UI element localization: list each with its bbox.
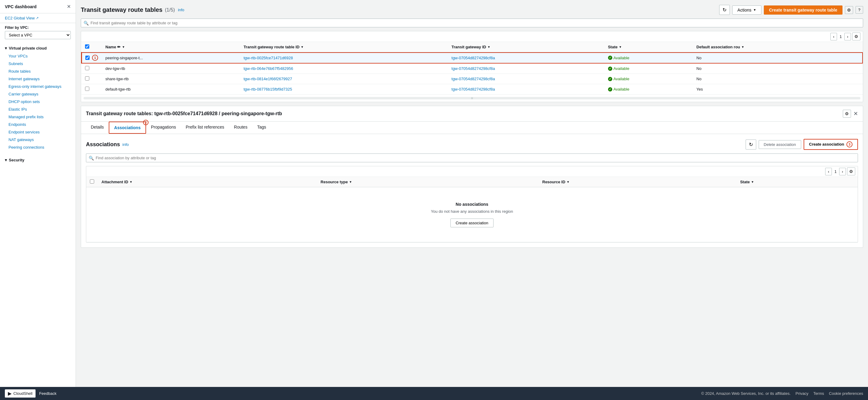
col-gateway-id[interactable]: Transit gateway ID ▼ [448,42,604,52]
sidebar-item-route-tables[interactable]: Route tables [0,67,75,75]
table-body: 1 peering-singapore-t... tgw-rtb-0025fce… [82,52,863,94]
next-page-button[interactable]: › [844,33,851,40]
sort-icon-assoc-state: ▼ [751,180,754,183]
assoc-col-resource-id[interactable]: Resource ID ▼ [539,177,737,187]
horizontal-scrollbar[interactable] [84,97,860,99]
vpc-section-header[interactable]: ▾ Virtual private cloud [0,44,75,52]
sort-icon-name: ▼ [122,45,125,49]
table-row[interactable]: share-tgw-rtb tgw-rtb-0814e1f66f2679927 … [82,74,863,84]
privacy-link[interactable]: Privacy [796,391,808,396]
top-actions: ↻ Actions ▼ Create transit gateway route… [719,5,863,15]
tab-tags[interactable]: Tags [252,121,271,134]
prev-page-button[interactable]: ‹ [830,33,837,40]
row-1-gwid[interactable]: tgw-07054d8274298cf8a [448,52,604,63]
assoc-select-all-checkbox[interactable] [90,179,94,183]
assoc-col-attachment-id[interactable]: Attachment ID ▼ [98,177,317,187]
row-2-checkbox-cell[interactable] [82,63,102,74]
row-3-gwid[interactable]: tgw-07054d8274298cf8a [448,74,604,84]
col-route-table-id[interactable]: Transit gateway route table ID ▼ [240,42,448,52]
assoc-search-input[interactable] [96,154,855,162]
tab-details[interactable]: Details [86,121,109,134]
help-button[interactable]: ? [856,6,863,14]
security-section-header[interactable]: ▾ Security [0,156,75,164]
table-row[interactable]: dev-tgw-rtb tgw-rtb-064e76b67f5482956 tg… [82,63,863,74]
cookie-preferences-link[interactable]: Cookie preferences [829,391,863,396]
assoc-col-resource-type[interactable]: Resource type ▼ [317,177,539,187]
table-row[interactable]: default-tgw-rtb tgw-rtb-08776b15fbf9d732… [82,84,863,94]
tab-associations[interactable]: Associations 2 [109,121,146,134]
scroll-area [81,94,863,102]
create-association-button[interactable]: Create association 3 [804,139,858,150]
sidebar-item-carrier-gateways[interactable]: Carrier gateways [0,90,75,98]
sidebar-item-your-vpcs[interactable]: Your VPCs [0,52,75,60]
cloudshell-button[interactable]: ▶ CloudShell [5,389,35,398]
footer: ▶ CloudShell Feedback © 2024, Amazon Web… [0,387,868,400]
table-settings-button[interactable]: ⚙ [845,6,853,14]
row-1-checkbox[interactable] [85,56,90,60]
actions-button[interactable]: Actions ▼ [732,5,762,15]
select-all-checkbox[interactable] [85,45,89,49]
assoc-next-page[interactable]: › [839,168,846,175]
tab-prefix-list-references[interactable]: Prefix list references [181,121,229,134]
main-search-input[interactable] [91,19,860,27]
delete-association-button[interactable]: Delete association [759,140,801,149]
sidebar-item-subnets[interactable]: Subnets [0,60,75,67]
associations-info-link[interactable]: info [122,142,129,147]
terms-link[interactable]: Terms [813,391,824,396]
row-3-checkbox-cell[interactable] [82,74,102,84]
tab-propagations[interactable]: Propagations [146,121,181,134]
row-1-rtid[interactable]: tgw-rtb-0025fce71471d6928 [240,52,448,63]
row-3-checkbox[interactable] [85,76,89,81]
row-2-checkbox[interactable] [85,66,89,70]
create-route-table-button[interactable]: Create transit gateway route table [764,5,842,15]
sidebar-item-internet-gateways[interactable]: Internet gateways [0,75,75,83]
sidebar-item-endpoint-services[interactable]: Endpoint services [0,128,75,136]
assoc-refresh-button[interactable]: ↻ [746,140,756,149]
row-1-checkbox-cell[interactable]: 1 [82,52,102,63]
sidebar-item-egress-gateways[interactable]: Egress-only internet gateways [0,83,75,90]
detail-settings-button[interactable]: ⚙ [843,110,851,118]
empty-state-create-button[interactable]: Create association [451,219,494,227]
row-4-checkbox-cell[interactable] [82,84,102,94]
row-4-checkbox[interactable] [85,87,89,91]
sidebar-item-managed-prefix-lists[interactable]: Managed prefix lists [0,113,75,121]
row-3-name: share-tgw-rtb [102,74,240,84]
sidebar-ec2-link[interactable]: EC2 Global View ↗ [0,13,75,23]
col-state[interactable]: State ▼ [604,42,693,52]
sidebar-item-dhcp[interactable]: DHCP option sets [0,98,75,106]
info-link[interactable]: info [178,8,184,12]
refresh-button[interactable]: ↻ [719,5,730,15]
assoc-col-state[interactable]: State ▼ [737,177,858,187]
row-2-rtid[interactable]: tgw-rtb-064e76b67f5482956 [240,63,448,74]
table-column-settings[interactable]: ⚙ [852,32,860,40]
row-3-rtid[interactable]: tgw-rtb-0814e1f66f2679927 [240,74,448,84]
sidebar-item-peering-connections[interactable]: Peering connections [0,143,75,151]
vpc-filter-select[interactable]: Select a VPC [5,31,71,39]
sidebar-item-endpoints[interactable]: Endpoints [0,121,75,128]
detail-close-button[interactable]: ✕ [854,110,858,117]
annotation-1: 1 [92,55,98,61]
assoc-refresh-icon: ↻ [749,142,753,147]
assoc-prev-page[interactable]: ‹ [825,168,832,175]
tab-routes[interactable]: Routes [229,121,252,134]
page-title-text: Transit gateway route tables [81,6,162,13]
col-name[interactable]: Name ✏ ▼ [102,42,240,52]
row-4-gwid[interactable]: tgw-07054d8274298cf8a [448,84,604,94]
sort-icon-resource-type: ▼ [349,180,352,183]
actions-label: Actions [737,8,751,12]
select-all-header[interactable] [82,42,102,52]
detail-header: Transit gateway route tables: tgw-rtb-00… [81,106,863,121]
status-available-icon-4 [608,87,612,91]
table-row[interactable]: 1 peering-singapore-t... tgw-rtb-0025fce… [82,52,863,63]
sidebar-item-nat-gateways[interactable]: NAT gateways [0,136,75,143]
associations-table-container: ‹ 1 › ⚙ [86,166,858,242]
sidebar-close-button[interactable]: ✕ [67,4,71,9]
col-default-assoc[interactable]: Default association rou ▼ [693,42,863,52]
row-2-gwid[interactable]: tgw-07054d8274298cf8a [448,63,604,74]
assoc-table-header: Attachment ID ▼ Resource type ▼ [86,177,858,187]
feedback-button[interactable]: Feedback [39,391,57,396]
assoc-select-all-header[interactable] [86,177,98,187]
row-4-rtid[interactable]: tgw-rtb-08776b15fbf9d7325 [240,84,448,94]
sidebar-item-elastic-ips[interactable]: Elastic IPs [0,106,75,113]
assoc-column-settings[interactable]: ⚙ [847,168,855,175]
